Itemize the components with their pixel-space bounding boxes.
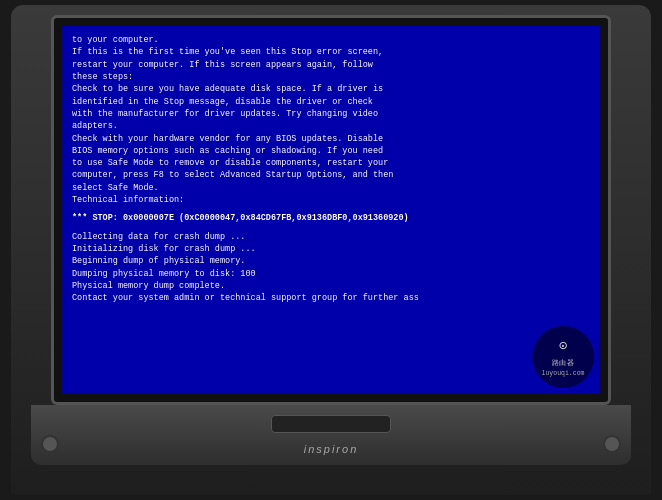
screen-line: Dumping physical memory to disk: 100 xyxy=(72,268,590,280)
watermark-badge: ⊙ 路由器 luyouqi.com xyxy=(532,326,594,388)
watermark-label: 路由器 xyxy=(552,358,575,368)
bsod-text: to your computer.If this is the first ti… xyxy=(72,34,590,305)
screen-line: adapters. xyxy=(72,120,590,132)
screen-line: BIOS memory options such as caching or s… xyxy=(72,145,590,157)
screen-line: Physical memory dump complete. xyxy=(72,280,590,292)
bsod-screen: to your computer.If this is the first ti… xyxy=(62,26,600,394)
watermark-url: luyouqi.com xyxy=(542,369,585,378)
screen-line: computer, press F8 to select Advanced St… xyxy=(72,169,590,181)
laptop-outer: to your computer.If this is the first ti… xyxy=(11,5,651,495)
touchpad[interactable] xyxy=(271,415,391,433)
screen-line: Technical information: xyxy=(72,194,590,206)
hinge-left xyxy=(41,435,59,453)
screen-line: identified in the Stop message, disable … xyxy=(72,96,590,108)
screen-line: to your computer. xyxy=(72,34,590,46)
router-icon: ⊙ xyxy=(559,336,567,356)
hinge-right xyxy=(603,435,621,453)
screen-line: Check to be sure you have adequate disk … xyxy=(72,83,590,95)
brand-label: inspiron xyxy=(304,443,359,455)
screen-line: Beginning dump of physical memory. xyxy=(72,255,590,267)
screen-line: Collecting data for crash dump ... xyxy=(72,231,590,243)
screen-line: with the manufacturer for driver updates… xyxy=(72,108,590,120)
screen-line: Initializing disk for crash dump ... xyxy=(72,243,590,255)
screen-line: these steps: xyxy=(72,71,590,83)
screen-line: to use Safe Mode to remove or disable co… xyxy=(72,157,590,169)
laptop-base: inspiron xyxy=(31,405,631,465)
screen-line: restart your computer. If this screen ap… xyxy=(72,59,590,71)
screen-line: Contact your system admin or technical s… xyxy=(72,292,590,304)
screen-line: Check with your hardware vendor for any … xyxy=(72,133,590,145)
screen-bezel: to your computer.If this is the first ti… xyxy=(51,15,611,405)
screen-line: If this is the first time you've seen th… xyxy=(72,46,590,58)
screen-line: select Safe Mode. xyxy=(72,182,590,194)
screen-line: *** STOP: 0x0000007E (0xC0000047,0x84CD6… xyxy=(72,212,590,224)
